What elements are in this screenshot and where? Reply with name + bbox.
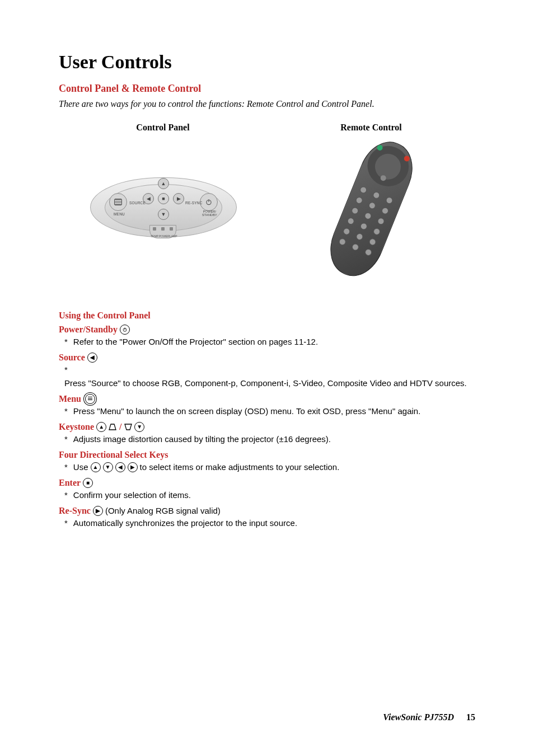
cp-label-resync: RE-SYNC: [185, 201, 203, 205]
item-enter: Enter ■ *Confirm your selection of items…: [59, 477, 475, 501]
footer-model: ViewSonic PJ755D: [383, 712, 454, 722]
cp-led-power: POWER: [159, 234, 170, 238]
bullet-enter: Confirm your selection of items.: [73, 490, 191, 501]
keystone-down-icon: [124, 424, 132, 430]
footer-page-number: 15: [466, 712, 475, 722]
control-panel-illustration: ▲ ▼ ◀ ▶ ■ MENU SOURCE RE-SYNC POWER/STAN…: [90, 165, 236, 252]
cp-label-source: SOURCE: [129, 201, 146, 205]
keystone-up-icon: [109, 424, 116, 430]
menu-icon: [85, 394, 95, 404]
remote-control-illustration: [315, 138, 427, 278]
cp-led-temp: TEMP: [151, 234, 158, 238]
label-keystone: Keystone: [59, 421, 94, 433]
resync-note: (Only Analog RGB signal valid): [105, 505, 221, 516]
cp-down-icon: ▼: [158, 209, 169, 220]
item-menu: Menu *Press "Menu" to launch the on scre…: [59, 393, 475, 417]
left-arrow-icon: ◀: [115, 462, 125, 472]
cp-enter-icon: ■: [158, 193, 169, 204]
item-keystone: Keystone ▲ / ▼ *Adjusts image distortion…: [59, 421, 475, 445]
right-arrow-icon: ▶: [128, 462, 138, 472]
item-four-directional: Four Directional Select Keys * Use ▲ ▼ ◀…: [59, 449, 475, 473]
cp-right-icon: ▶: [173, 193, 184, 204]
bullet-resync: Automatically synchronizes the projector…: [73, 518, 297, 529]
cp-led-lamp: LAMP: [170, 234, 177, 238]
cp-up-icon: ▲: [158, 178, 169, 189]
item-power-standby: Power/Standby *Refer to the "Power On/Of…: [59, 324, 475, 348]
bullet-power: Refer to the "Power On/Off the Projector…: [73, 336, 318, 348]
bullet-menu: Press "Menu" to launch the on screen dis…: [73, 406, 420, 417]
left-arrow-icon: ◀: [87, 353, 97, 363]
column-headers: Control Panel Remote Control: [59, 123, 475, 133]
col-header-remote-control: Remote Control: [267, 123, 475, 133]
cp-label-menu: MENU: [114, 212, 125, 216]
using-control-panel-heading: Using the Control Panel: [59, 311, 475, 321]
label-resync: Re-Sync: [59, 505, 91, 516]
page-footer: ViewSonic PJ755D 15: [383, 712, 475, 722]
label-four-directional: Four Directional Select Keys: [59, 449, 168, 461]
enter-icon: ■: [83, 478, 93, 488]
section-heading: Control Panel & Remote Control: [59, 83, 475, 95]
illustration-row: ▲ ▼ ◀ ▶ ■ MENU SOURCE RE-SYNC POWER/STAN…: [59, 138, 475, 278]
label-source: Source: [59, 352, 85, 363]
cp-label-power: POWER/STANDBY: [202, 210, 217, 217]
up-arrow-icon: ▲: [96, 422, 106, 432]
bullet-fourdir-pre: Use: [73, 462, 88, 473]
svg-marker-5: [125, 424, 132, 430]
intro-text: There are two ways for you to control th…: [59, 99, 475, 109]
col-header-control-panel: Control Panel: [59, 123, 267, 133]
power-icon: [120, 325, 130, 335]
bullet-source: Press "Source" to choose RGB, Component-…: [64, 378, 467, 389]
page-title: User Controls: [59, 51, 475, 73]
bullet-keystone: Adjusts image distortion caused by tilti…: [73, 434, 331, 445]
down-arrow-icon: ▼: [103, 462, 113, 472]
separator: /: [119, 421, 122, 433]
label-menu: Menu: [59, 393, 81, 405]
svg-marker-4: [109, 424, 116, 430]
bullet-fourdir-post: to select items or make adjustments to y…: [140, 462, 340, 473]
item-resync: Re-Sync ▶ (Only Analog RGB signal valid)…: [59, 505, 475, 529]
right-arrow-icon: ▶: [93, 506, 103, 516]
item-source: Source ◀ *Press "Source" to choose RGB, …: [59, 352, 475, 389]
label-enter: Enter: [59, 477, 81, 489]
down-arrow-icon: ▼: [134, 422, 144, 432]
up-arrow-icon: ▲: [91, 462, 101, 472]
label-power-standby: Power/Standby: [59, 324, 118, 335]
cp-menu-button-icon: [109, 193, 127, 211]
